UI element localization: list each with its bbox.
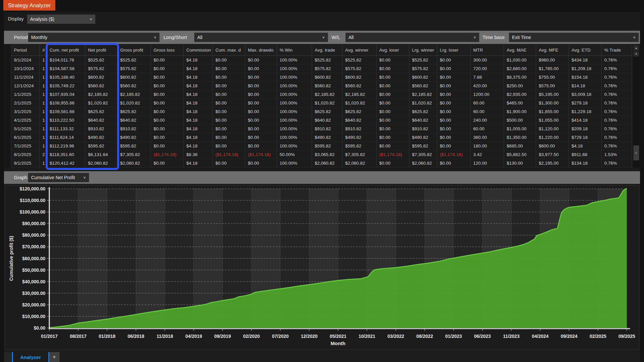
column-header-lrg-loser[interactable]: Lrg. loser bbox=[437, 45, 471, 56]
longshort-dropdown[interactable]: All ∨ bbox=[194, 33, 328, 42]
column-header-gross-loss[interactable]: Gross loss bbox=[151, 45, 184, 56]
table-cell: $2,935.00 bbox=[504, 90, 536, 99]
add-tab-button[interactable]: + bbox=[49, 352, 60, 362]
table-cell: $8.36 bbox=[184, 150, 213, 159]
svg-text:$30,000.00: $30,000.00 bbox=[22, 291, 45, 296]
table-cell: $0.00 bbox=[377, 142, 409, 150]
table-row[interactable]: 2/1/20251$108,955.86$1,020.82$1,020.82$0… bbox=[11, 99, 632, 107]
table-cell: $3,009.18 bbox=[569, 90, 602, 99]
scrollbar-thumb[interactable]: ≡ bbox=[633, 145, 639, 160]
window-title-tab[interactable]: Strategy Analyzer bbox=[3, 0, 55, 11]
table-cell: 100.00% bbox=[277, 116, 312, 125]
table-cell: $2,185.82 bbox=[85, 90, 117, 99]
table-cell: 4/1/2025 bbox=[11, 116, 40, 125]
table-row[interactable]: 3/1/20251$109,581.68$625.82$625.82$0.00$… bbox=[11, 107, 632, 116]
table-cell: $0.00 bbox=[213, 107, 245, 116]
table-cell: $4.18 bbox=[184, 64, 213, 73]
table-cell: $107,935.04 bbox=[47, 90, 85, 99]
column-header-commission[interactable]: Commission bbox=[184, 45, 213, 56]
column-header-net-profit[interactable]: Net profit bbox=[85, 45, 117, 56]
column-header-avg-mfe[interactable]: Avg. MFE bbox=[536, 45, 569, 56]
table-cell: $2,060.82 bbox=[85, 159, 117, 168]
column-header-avg-trade[interactable]: Avg. trade bbox=[312, 45, 343, 56]
table-cell: $0.00 bbox=[437, 73, 471, 82]
table-row[interactable]: 9/1/20241$104,011.76$525.82$525.82$0.00$… bbox=[11, 56, 632, 64]
table-row[interactable]: 1/1/20251$107,935.04$2,185.82$2,185.82$0… bbox=[11, 90, 632, 99]
period-dropdown[interactable]: Monthly ∨ bbox=[28, 33, 160, 42]
table-row[interactable]: 6/1/20251$111,624.14$490.82$490.82$0.00$… bbox=[11, 133, 632, 142]
table-cell: $105,188.40 bbox=[47, 73, 85, 82]
table-cell: $0.00 bbox=[151, 56, 184, 64]
svg-text:01/2023: 01/2023 bbox=[445, 334, 462, 339]
column-header-avg-loser[interactable]: Avg. loser bbox=[377, 45, 409, 56]
table-row[interactable]: 9/1/20251$120,412.42$2,060.82$2,060.82$0… bbox=[11, 159, 632, 168]
timebase-dropdown[interactable]: Exit Time ∨ bbox=[509, 33, 639, 42]
column-header--win[interactable]: % Win bbox=[277, 45, 312, 56]
longshort-label: Long/Short bbox=[163, 35, 187, 40]
graph-dropdown[interactable]: Cumulative Net Profit ∨ bbox=[28, 173, 89, 182]
table-row[interactable]: 12/1/20241$105,749.22$560.82$560.82$0.00… bbox=[11, 82, 632, 90]
display-dropdown[interactable]: Analysis ($) ∨ bbox=[27, 15, 95, 24]
chart-canvas: $0.00$10,000.00$20,000.00$30,000.00$40,0… bbox=[5, 185, 639, 349]
svg-text:01/2017: 01/2017 bbox=[41, 334, 58, 339]
table-row[interactable]: 5/1/20251$111,133.32$910.82$910.82$0.00$… bbox=[11, 125, 632, 133]
table-cell: ($1,174.18) bbox=[377, 150, 409, 159]
column-header-lrg-winner[interactable]: Lrg. winner bbox=[409, 45, 437, 56]
table-cell: $575.00 bbox=[536, 82, 569, 90]
table-row[interactable]: 4/1/20251$110,222.50$640.82$640.82$0.00$… bbox=[11, 116, 632, 125]
column-header-avg-winner[interactable]: Avg. winner bbox=[343, 45, 377, 56]
table-cell: $0.00 bbox=[151, 90, 184, 99]
table-cell: 6/1/2025 bbox=[11, 133, 40, 142]
svg-text:08/2017: 08/2017 bbox=[70, 334, 87, 339]
bottom-tab-bar: Analyzer + bbox=[4, 350, 640, 362]
table-cell: $4.18 bbox=[184, 107, 213, 116]
svg-text:Cumulative profit ($): Cumulative profit ($) bbox=[9, 236, 14, 281]
column-header--trade[interactable]: % Trade bbox=[602, 45, 632, 56]
table-cell: 1 bbox=[40, 133, 47, 142]
column-header-avg-mae[interactable]: Avg. MAE bbox=[504, 45, 536, 56]
tab-analyzer[interactable]: Analyzer bbox=[13, 352, 48, 362]
table-cell: $0.00 bbox=[245, 107, 277, 116]
svg-text:$40,000.00: $40,000.00 bbox=[22, 279, 45, 284]
column-header-cum-max-d[interactable]: Cum. max. d bbox=[213, 45, 245, 56]
table-row[interactable]: 11/1/20241$105,188.40$600.82$600.82$0.00… bbox=[11, 73, 632, 82]
svg-text:02/2025: 02/2025 bbox=[589, 334, 606, 339]
table-row[interactable]: 10/1/20241$104,587.58$575.82$575.82$0.00… bbox=[11, 64, 632, 73]
table-cell: $0.00 bbox=[213, 56, 245, 64]
table-cell: $120,412.42 bbox=[47, 159, 85, 168]
wl-dropdown[interactable]: All ∨ bbox=[345, 33, 479, 42]
table-cell: $625.82 bbox=[85, 107, 117, 116]
column-header-cum-net-profit[interactable]: Cum. net profit bbox=[47, 45, 85, 56]
scroll-up-icon[interactable]: ▲ bbox=[633, 45, 639, 51]
table-cell: $4.18 bbox=[184, 82, 213, 90]
table-cell: $0.00 bbox=[377, 125, 409, 133]
column-header--[interactable]: # bbox=[40, 45, 47, 56]
column-header-avg-etd[interactable]: Avg. ETD bbox=[569, 45, 602, 56]
graph-dropdown-value: Cumulative Net Profit bbox=[31, 175, 75, 180]
table-cell: 0.76% bbox=[602, 133, 632, 142]
tab-bar-spacer bbox=[4, 352, 12, 362]
table-cell: $910.82 bbox=[343, 125, 377, 133]
table-scrollbar[interactable]: ▲ ▼ ≡ bbox=[633, 45, 640, 168]
column-header-mtr[interactable]: MTR bbox=[471, 45, 504, 56]
table-cell: $2,680.00 bbox=[504, 64, 536, 73]
table-row[interactable]: 7/1/20251$112,219.96$595.82$595.82$0.00$… bbox=[11, 142, 632, 150]
svg-text:$10,000.00: $10,000.00 bbox=[22, 314, 45, 319]
table-cell: 1 bbox=[40, 159, 47, 168]
table-row[interactable]: 8/1/20252$118,351.60$6,131.64$7,305.82($… bbox=[11, 150, 632, 159]
table-cell: $575.82 bbox=[117, 64, 151, 73]
svg-text:08/2022: 08/2022 bbox=[416, 334, 433, 339]
table-cell: 3/1/2025 bbox=[11, 107, 40, 116]
graph-label: Graph bbox=[14, 175, 27, 180]
table-cell: $134.18 bbox=[569, 159, 602, 168]
table-cell: $1,209.18 bbox=[569, 64, 602, 73]
table-cell: $0.00 bbox=[151, 125, 184, 133]
cumulative-net-profit-chart: $0.00$10,000.00$20,000.00$30,000.00$40,0… bbox=[5, 185, 639, 350]
table-cell: $0.00 bbox=[245, 159, 277, 168]
column-header-period[interactable]: Period bbox=[11, 45, 40, 56]
table-cell: 12/1/2024 bbox=[11, 82, 40, 90]
column-header-gross-profit[interactable]: Gross profit bbox=[117, 45, 151, 56]
scroll-down-icon[interactable]: ▼ bbox=[633, 51, 639, 57]
column-header-max-drawdo[interactable]: Max. drawdo bbox=[245, 45, 277, 56]
svg-text:$0.00: $0.00 bbox=[34, 325, 45, 331]
